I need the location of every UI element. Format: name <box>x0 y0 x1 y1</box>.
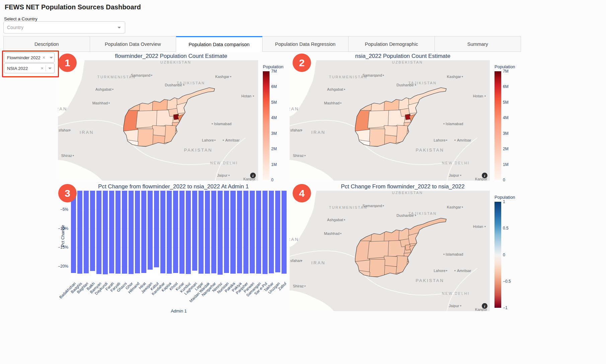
bar-takhar[interactable] <box>269 191 274 273</box>
bar-hilmand[interactable] <box>135 191 140 273</box>
bar-paktika[interactable] <box>230 191 235 274</box>
colorbar-tick: 7M <box>271 69 277 74</box>
y-tick-label: −15% <box>58 245 68 250</box>
tab-population-data-regression[interactable]: Population Data Regression <box>262 36 349 52</box>
y-tick-label: −5% <box>60 207 68 212</box>
bar-faryab[interactable] <box>116 191 121 274</box>
info-icon[interactable]: i <box>250 173 256 178</box>
bar-bamyan[interactable] <box>96 191 101 274</box>
map-label: Dushanbe <box>165 83 182 87</box>
map-label: Islamabad <box>446 122 463 126</box>
bar-nuristan[interactable] <box>224 191 229 273</box>
bar-daykundi[interactable] <box>103 191 108 274</box>
choropleth-map-flowminder[interactable]: UZBEKISTANTURKMENISTANTAJIKISTANIRANIRAN… <box>58 60 258 181</box>
map-label: IRAN <box>290 106 299 111</box>
bar-logar[interactable] <box>199 191 204 274</box>
map-label: IRAN <box>58 106 67 111</box>
tab-population-demographic[interactable]: Population Demographic <box>349 36 435 52</box>
province-shape[interactable] <box>384 125 397 136</box>
bar-khost[interactable] <box>173 191 178 273</box>
map-label: NEW DELHI <box>210 161 238 165</box>
map-label: Kashgar <box>447 205 461 209</box>
tab-population-data-comparison[interactable]: Population Data comparison <box>176 36 262 52</box>
map-label: Shiraz <box>293 284 304 288</box>
map-label: NEW DELHI <box>442 161 470 165</box>
country-dropdown[interactable]: Country <box>3 21 125 33</box>
nsia-map-panel: nsia_2022 Population Count Estimate UZBE… <box>290 52 516 181</box>
map-label: Hotan <box>473 224 483 229</box>
bar-parwan[interactable] <box>250 191 255 273</box>
map-label: UZBEKISTAN <box>392 191 423 195</box>
bar-ghazni[interactable] <box>122 191 127 274</box>
map-label: Samarqand <box>363 73 382 77</box>
choropleth-map-nsia[interactable]: UZBEKISTANTURKMENISTANTAJIKISTANIRANIRAN… <box>290 60 490 181</box>
plot-title: flowminder_2022 Population Count Estimat… <box>58 52 284 60</box>
bar-badghis[interactable] <box>77 191 82 274</box>
info-icon[interactable]: i <box>482 303 487 309</box>
bar-ghor[interactable] <box>129 191 134 274</box>
province-shape[interactable] <box>369 259 385 277</box>
bar-maidan-wardak[interactable] <box>205 191 210 274</box>
map-label: IRAN <box>311 130 325 135</box>
colorbar-tick: 5M <box>503 100 509 105</box>
tab-description[interactable]: Description <box>3 36 90 52</box>
colorbar-tick: 4M <box>503 115 509 120</box>
annotation-badge-1: 1 <box>58 54 77 72</box>
colorbar-tick: 3M <box>503 131 509 136</box>
bar-zabul[interactable] <box>282 191 287 274</box>
colorbar-tick: 2M <box>503 147 509 151</box>
colorbar-tick: 1M <box>503 162 509 167</box>
province-shape[interactable] <box>384 256 397 267</box>
map-label: Amritsar <box>457 269 471 273</box>
map-label: Hotan <box>241 94 251 98</box>
pct-change-bar-panel: Pct Change from flowminder_2022 to nsia_… <box>58 182 289 315</box>
bar-jawzjan[interactable] <box>148 191 153 270</box>
bar-panjsher[interactable] <box>243 191 248 274</box>
colorbar-tick: 7M <box>503 69 509 74</box>
map-label: Mashhad <box>324 101 340 105</box>
map-label: sfahan <box>290 259 302 263</box>
bar-paktya[interactable] <box>237 191 242 273</box>
bar-balkh[interactable] <box>90 191 95 271</box>
bar-sar-e-pul[interactable] <box>262 191 268 274</box>
map-label: Ashgabat <box>327 87 343 91</box>
bar-kabul[interactable] <box>154 191 159 267</box>
choropleth-map-pct-change[interactable]: UZBEKISTANTURKMENISTANTAJIKISTANIRANIRAN… <box>290 191 490 311</box>
bar-kunar[interactable] <box>179 191 184 274</box>
bar-nimroz[interactable] <box>218 191 223 275</box>
colorbar-tick: 4M <box>271 115 277 120</box>
tab-summary[interactable]: Summary <box>435 36 521 52</box>
bar-kapisa[interactable] <box>167 191 172 274</box>
bar-nangarhar[interactable] <box>211 191 216 273</box>
tab-population-data-overview[interactable]: Population Data Overview <box>90 36 176 52</box>
bar-kunduz[interactable] <box>186 191 191 274</box>
map-label: Kashgar <box>447 75 461 79</box>
map-label: Samarqand <box>131 73 151 77</box>
colorbar: Population 10.50−0.5−1 <box>495 191 516 311</box>
colorbar-tick: 0 <box>503 253 505 257</box>
colorbar-tick: 0 <box>503 178 505 182</box>
annotation-badge-4: 4 <box>293 184 311 202</box>
map-label: UZBEKISTAN <box>160 60 191 64</box>
bar-baghlan[interactable] <box>84 191 89 273</box>
bar-laghman[interactable] <box>192 191 197 271</box>
map-label: Lahore <box>434 269 445 273</box>
bar-badakhshan[interactable] <box>71 191 76 273</box>
bar-hirat[interactable] <box>141 191 146 273</box>
bar-samangan[interactable] <box>256 191 261 274</box>
bar-uruzgan[interactable] <box>275 191 280 272</box>
map-label: Kashgar <box>215 75 230 79</box>
map-label: Lahore <box>434 138 445 142</box>
bar-farah[interactable] <box>109 191 114 273</box>
colorbar-ticks: 10.50−0.5−1 <box>501 202 516 308</box>
map-label: Samarqand <box>363 204 382 208</box>
chevron-down-icon[interactable] <box>118 27 121 28</box>
map-label: Islamabad <box>446 252 463 256</box>
map-label: PAKISTAN <box>416 278 444 283</box>
province-shape[interactable] <box>369 129 385 146</box>
province-shape[interactable] <box>152 125 166 136</box>
pct-change-map-panel: Pct Change From flowminder_2022 to nsia_… <box>290 182 516 311</box>
bar-kandahar[interactable] <box>160 191 165 273</box>
info-icon[interactable]: i <box>482 173 487 178</box>
province-shape[interactable] <box>137 129 153 146</box>
